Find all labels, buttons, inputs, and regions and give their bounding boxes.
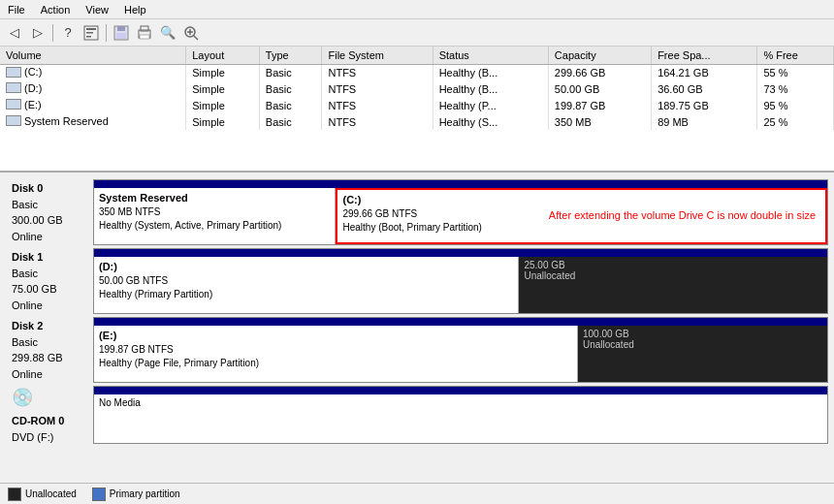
help-button[interactable]: ? [57,22,79,44]
legend-unallocated: Unallocated [8,488,77,501]
zoom-in-button[interactable] [180,22,202,44]
table-row[interactable]: (C:)SimpleBasicNTFSHealthy (B...299.66 G… [0,64,834,80]
legend-unallocated-label: Unallocated [25,488,77,499]
disk1-label: Disk 1 Basic 75.00 GB Online [6,248,93,314]
unallocated-swatch [8,488,21,501]
col-volume[interactable]: Volume [0,47,186,64]
disk1-d-size: 50.00 GB NTFS [99,274,513,288]
disk0-status: Online [12,229,87,245]
disk2-e-size: 199.87 GB NTFS [99,343,572,357]
disk1-partitions: (D:) 50.00 GB NTFS Healthy (Primary Part… [93,248,828,314]
disk0-sysreserved-size: 350 MB NTFS [99,205,330,219]
col-type[interactable]: Type [259,47,322,64]
menu-file[interactable]: File [4,4,29,16]
svg-rect-1 [86,28,96,30]
disk2-top-bar [94,318,827,326]
forward-button[interactable]: ▷ [27,22,48,44]
disk0-type: Basic [12,197,87,213]
disk1-unalloc-size: 25.00 GB [524,260,575,270]
disk0-sysreserved-name: System Reserved [99,191,330,205]
cdrom0-name: CD-ROM 0 [12,413,87,429]
disk0-c-partition[interactable]: (C:) 299.66 GB NTFS Healthy (Boot, Prima… [336,188,827,244]
col-pctfree[interactable]: % Free [757,47,834,64]
disk0-row: Disk 0 Basic 300.00 GB Online System Res… [6,179,828,245]
table-row[interactable]: (E:)SimpleBasicNTFSHealthy (P...199.87 G… [0,97,834,113]
toolbar-separator-2 [106,24,107,42]
disk1-d-status: Healthy (Primary Partition) [99,288,513,301]
disk1-top-bar [94,249,827,257]
zoom-button[interactable]: 🔍 [157,22,178,44]
disk1-size: 75.00 GB [12,281,87,298]
svg-rect-5 [117,26,125,31]
disk1-status: Online [12,298,87,314]
toolbar: ◁ ▷ ? 🔍 [0,19,834,47]
disk2-unalloc-label: Unallocated [583,339,634,350]
col-layout[interactable]: Layout [186,47,260,64]
disk1-type: Basic [12,266,87,282]
disk0-label: Disk 0 Basic 300.00 GB Online [6,179,93,245]
menu-action[interactable]: Action [37,4,75,16]
svg-rect-3 [86,36,91,38]
cdrom0-type: DVD (F:) [12,429,87,446]
disk-graphical-view: Disk 0 Basic 300.00 GB Online System Res… [0,173,834,483]
col-status[interactable]: Status [433,47,548,64]
disk2-e-name: (E:) [99,329,572,343]
primary-partition-swatch [92,488,106,501]
disk0-sysreserved-status: Healthy (System, Active, Primary Partiti… [99,219,330,233]
svg-rect-6 [116,33,126,39]
legend-primary-label: Primary partition [110,488,180,499]
disk2-partitions: (E:) 199.87 GB NTFS Healthy (Page File, … [93,317,828,383]
cdrom0-label: 💿 CD-ROM 0 DVD (F:) [6,386,93,444]
menu-help[interactable]: Help [120,4,150,16]
disk1-d-name: (D:) [99,260,513,274]
properties-button[interactable] [80,22,102,44]
disk2-size: 299.88 GB [12,350,87,366]
disk0-top-bar [94,180,827,188]
save-button[interactable] [111,22,132,44]
svg-rect-9 [140,35,149,39]
volume-table-area: Volume Layout Type File System Status Ca… [0,47,834,173]
disk0-partitions: System Reserved 350 MB NTFS Healthy (Sys… [93,179,828,245]
menu-view[interactable]: View [81,4,112,16]
disk2-label: Disk 2 Basic 299.88 GB Online [6,317,93,383]
col-capacity[interactable]: Capacity [548,47,651,64]
disk1-d-partition[interactable]: (D:) 50.00 GB NTFS Healthy (Primary Part… [94,257,519,313]
disk1-unallocated: 25.00 GB Unallocated [519,257,827,313]
disk0-sysreserved-partition[interactable]: System Reserved 350 MB NTFS Healthy (Sys… [94,188,336,244]
disk0-name: Disk 0 [12,180,87,197]
disk0-annotation: After extending the volume Drive C is no… [549,208,816,223]
print-button[interactable] [134,22,155,44]
main-content: Volume Layout Type File System Status Ca… [0,47,834,504]
disk0-c-name: (C:) [342,193,820,207]
col-free[interactable]: Free Spa... [652,47,757,64]
col-filesystem[interactable]: File System [322,47,433,64]
cdrom0-status: No Media [94,394,827,443]
back-button[interactable]: ◁ [4,22,25,44]
disk2-unalloc-size: 100.00 GB [583,329,634,339]
disk1-volumes: (D:) 50.00 GB NTFS Healthy (Primary Part… [94,257,827,313]
legend-bar: Unallocated Primary partition [0,483,834,504]
disk2-e-partition[interactable]: (E:) 199.87 GB NTFS Healthy (Page File, … [94,326,578,382]
toolbar-separator-1 [52,24,53,42]
cdrom0-top-bar [94,387,827,394]
disk1-unalloc-label: Unallocated [524,270,575,281]
menu-bar: File Action View Help [0,0,834,19]
table-row[interactable]: (D:)SimpleBasicNTFSHealthy (B...50.00 GB… [0,80,834,97]
disk2-row: Disk 2 Basic 299.88 GB Online (E:) 199.8… [6,317,828,383]
disk2-name: Disk 2 [12,318,87,334]
svg-rect-2 [86,32,93,34]
disk0-volumes: System Reserved 350 MB NTFS Healthy (Sys… [94,188,827,244]
disk2-status: Online [12,366,87,383]
disk1-row: Disk 1 Basic 75.00 GB Online (D:) 50.00 … [6,248,828,314]
cdrom0-partitions: No Media [93,386,828,444]
disk2-volumes: (E:) 199.87 GB NTFS Healthy (Page File, … [94,326,827,382]
disk1-name: Disk 1 [12,249,87,266]
svg-line-11 [194,36,198,40]
legend-primary: Primary partition [92,488,180,501]
disk2-e-status: Healthy (Page File, Primary Partition) [99,357,572,370]
disk0-size: 300.00 GB [12,212,87,229]
table-row[interactable]: System ReservedSimpleBasicNTFSHealthy (S… [0,113,834,130]
disk2-type: Basic [12,334,87,351]
volume-table: Volume Layout Type File System Status Ca… [0,47,834,130]
disk2-unallocated: 100.00 GB Unallocated [578,326,827,382]
